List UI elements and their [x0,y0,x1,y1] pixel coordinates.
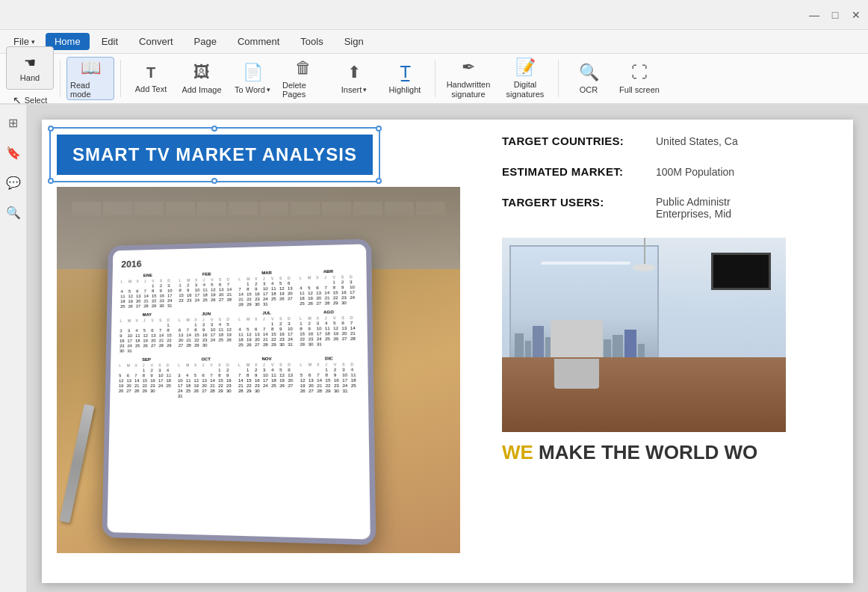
word-dropdown-arrow: ▾ [267,86,270,93]
image-icon: 🖼 [193,63,210,82]
estimated-market-label: ESTIMATED MARKET: [502,165,644,178]
stylus [60,404,95,522]
handwritten-signature-button[interactable]: ✒ Handwritten signature [441,57,495,100]
title-container: SMART TV MARKET ANALYSIS [57,135,373,175]
target-countries-value: United States, Ca [656,135,738,147]
toolbar-divider-2 [120,60,121,97]
ocr-icon: 🔍 [579,63,599,82]
text-icon: T [146,64,155,81]
delete-pages-button[interactable]: 🗑 Delete Pages [279,57,327,100]
menu-edit[interactable]: Edit [93,33,127,50]
read-mode-button[interactable]: 📖 Read mode [66,57,114,100]
tablet-image-area: 2016 ENE LMXJVSD 123 4 [57,187,460,553]
handle-br[interactable] [376,178,382,184]
calendar-app: 2016 ENE LMXJVSD 123 4 [114,249,364,404]
insert-icon: ⬆ [347,63,361,82]
add-text-button[interactable]: T Add Text [127,57,175,100]
estimated-market-value: 100M Population [656,166,734,178]
info-target-countries: TARGET COUNTRIES: United States, Ca [502,135,841,147]
lamp-cord [644,238,645,268]
highlight-button[interactable]: T̲ Highlight [381,57,429,100]
handle-bc[interactable] [211,178,217,184]
handle-bl[interactable] [48,178,54,184]
target-users-value: Public Administr Enterprises, Mid [656,196,731,220]
world-text: WE MAKE THE WORLD WO [502,441,841,464]
menu-bar: File ▾ Home Edit Convert Page Comment To… [0,30,868,54]
to-word-button[interactable]: 📄 To Word ▾ [229,57,276,100]
tv-monitor [711,253,771,290]
toolbar-divider-1 [60,60,61,97]
title-bar: — □ ✕ [0,0,868,30]
tablet-device: 2016 ENE LMXJVSD 123 4 [102,238,376,545]
page-area: SMART TV MARKET ANALYSIS [27,105,868,592]
digital-signatures-button[interactable]: 📝 Digital signatures [498,57,552,100]
word-icon: 📄 [243,63,263,82]
toolbar-divider-4 [558,60,559,97]
insert-button[interactable]: ⬆ Insert ▾ [330,57,378,100]
maximize-button[interactable]: □ [829,9,841,21]
delete-icon: 🗑 [295,58,311,78]
office-chair [547,320,607,387]
lamp-shade [633,264,655,271]
info-target-users: TARGERT USERS: Public Administr Enterpri… [502,196,841,220]
document-title: SMART TV MARKET ANALYSIS [57,135,373,175]
document-content: SMART TV MARKET ANALYSIS [42,120,853,568]
office-image [502,238,786,432]
toolbar: ☚ Hand ↖ Select 📖 Read mode T Add Text 🖼… [0,54,868,105]
ocr-button[interactable]: 🔍 OCR [565,57,613,100]
desk [502,357,786,432]
menu-sign[interactable]: Sign [335,33,373,50]
doc-left-panel: SMART TV MARKET ANALYSIS [42,120,490,568]
menu-tools[interactable]: Tools [291,33,332,50]
hand-select-group: ☚ Hand ↖ Select [6,46,54,111]
sidebar-pages-icon[interactable]: ⊞ [4,114,22,132]
info-estimated-market: ESTIMATED MARKET: 100M Population [502,165,841,178]
document-page: SMART TV MARKET ANALYSIS [42,120,853,583]
signature-icon: ✒ [462,58,475,77]
sidebar-bookmark-icon[interactable]: 🔖 [4,144,22,161]
menu-convert[interactable]: Convert [130,33,182,50]
full-screen-button[interactable]: ⛶ Full screen [616,57,663,100]
toolbar-divider-3 [435,60,435,97]
make-world-text: MAKE THE WORLD WO [533,441,757,463]
hand-button[interactable]: ☚ Hand [6,46,54,90]
close-button[interactable]: ✕ [850,9,862,21]
handle-tc[interactable] [211,126,217,132]
target-users-label: TARGERT USERS: [502,196,644,209]
handle-tl[interactable] [48,126,54,132]
menu-comment[interactable]: Comment [229,33,288,50]
tablet-screen: 2016 ENE LMXJVSD 123 4 [107,244,370,539]
handle-tr[interactable] [376,126,382,132]
fullscreen-icon: ⛶ [631,63,648,82]
highlight-icon: T̲ [400,63,410,82]
hand-icon: ☚ [24,55,36,71]
sidebar-comment-icon[interactable]: 💬 [4,173,22,191]
window-controls: — □ ✕ [808,9,862,21]
target-countries-label: TARGET COUNTRIES: [502,135,644,147]
minimize-button[interactable]: — [808,9,820,21]
main-area: ⊞ 🔖 💬 🔍 [0,105,868,592]
insert-dropdown-arrow: ▾ [363,86,367,93]
menu-page[interactable]: Page [185,33,226,50]
book-icon: 📖 [81,58,101,78]
add-image-button[interactable]: 🖼 Add Image [178,57,226,100]
left-sidebar: ⊞ 🔖 💬 🔍 [0,105,27,592]
file-dropdown-arrow: ▾ [31,38,35,46]
doc-right-panel: TARGET COUNTRIES: United States, Ca ESTI… [490,120,853,568]
we-text: WE [502,441,533,463]
digital-sig-icon: 📝 [515,58,536,77]
sidebar-search-icon[interactable]: 🔍 [4,203,22,221]
